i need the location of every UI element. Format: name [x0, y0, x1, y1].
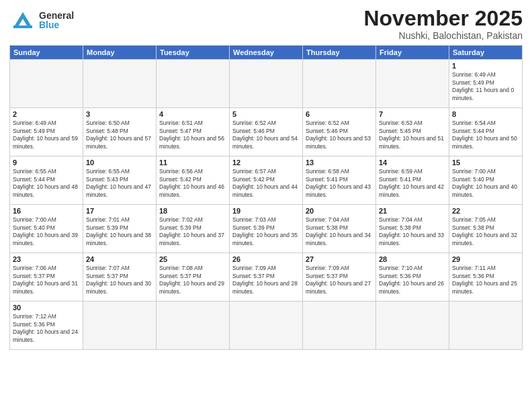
col-wednesday: Wednesday — [230, 46, 303, 60]
day-number: 9 — [13, 158, 80, 167]
table-row — [83, 60, 157, 108]
day-number: 2 — [13, 110, 80, 118]
day-info: Sunrise: 7:06 AMSunset: 5:37 PMDaylight:… — [13, 265, 80, 295]
table-row — [230, 60, 303, 108]
calendar-table: Sunday Monday Tuesday Wednesday Thursday… — [9, 45, 523, 350]
day-info: Sunrise: 6:54 AMSunset: 5:44 PMDaylight:… — [452, 120, 519, 150]
col-saturday: Saturday — [449, 46, 523, 60]
day-info: Sunrise: 7:01 AMSunset: 5:39 PMDaylight:… — [86, 216, 153, 247]
day-number: 18 — [159, 207, 226, 215]
table-row: 20Sunrise: 7:04 AMSunset: 5:38 PMDayligh… — [303, 205, 376, 253]
day-info: Sunrise: 7:05 AMSunset: 5:38 PMDaylight:… — [452, 216, 519, 247]
day-info: Sunrise: 7:04 AMSunset: 5:38 PMDaylight:… — [379, 216, 446, 247]
col-friday: Friday — [376, 46, 449, 60]
table-row: 9Sunrise: 6:55 AMSunset: 5:44 PMDaylight… — [10, 156, 83, 205]
day-number: 29 — [452, 255, 519, 263]
day-info: Sunrise: 6:53 AMSunset: 5:45 PMDaylight:… — [379, 120, 446, 150]
day-number: 19 — [232, 207, 300, 215]
day-number: 26 — [232, 255, 300, 263]
day-info: Sunrise: 7:04 AMSunset: 5:38 PMDaylight:… — [306, 216, 373, 247]
table-row — [303, 302, 376, 350]
day-info: Sunrise: 6:50 AMSunset: 5:48 PMDaylight:… — [86, 120, 153, 150]
day-info: Sunrise: 6:57 AMSunset: 5:42 PMDaylight:… — [232, 168, 300, 199]
table-row: 25Sunrise: 7:08 AMSunset: 5:37 PMDayligh… — [157, 253, 230, 302]
table-row: 6Sunrise: 6:52 AMSunset: 5:46 PMDaylight… — [303, 108, 376, 156]
day-number: 21 — [379, 207, 446, 215]
day-number: 4 — [159, 110, 226, 118]
table-row: 23Sunrise: 7:06 AMSunset: 5:37 PMDayligh… — [10, 253, 83, 302]
logo-icon — [9, 7, 36, 34]
table-row: 14Sunrise: 6:59 AMSunset: 5:41 PMDayligh… — [376, 156, 449, 205]
day-number: 14 — [379, 158, 446, 167]
day-number: 23 — [13, 255, 80, 263]
day-info: Sunrise: 7:09 AMSunset: 5:37 PMDaylight:… — [306, 265, 373, 295]
day-info: Sunrise: 6:56 AMSunset: 5:42 PMDaylight:… — [159, 168, 226, 199]
day-number: 27 — [306, 255, 373, 263]
table-row: 17Sunrise: 7:01 AMSunset: 5:39 PMDayligh… — [83, 205, 157, 253]
table-row: 5Sunrise: 6:52 AMSunset: 5:46 PMDaylight… — [230, 108, 303, 156]
day-info: Sunrise: 7:08 AMSunset: 5:37 PMDaylight:… — [159, 265, 226, 295]
table-row — [157, 60, 230, 108]
day-info: Sunrise: 6:55 AMSunset: 5:44 PMDaylight:… — [13, 168, 80, 199]
col-sunday: Sunday — [10, 46, 83, 60]
day-number: 8 — [452, 110, 519, 118]
calendar-page: General Blue November 2025 Nushki, Baloc… — [0, 0, 532, 411]
day-number: 11 — [159, 158, 226, 167]
day-number: 6 — [306, 110, 373, 118]
table-row: 30Sunrise: 7:12 AMSunset: 5:36 PMDayligh… — [10, 302, 83, 350]
title-block: November 2025 Nushki, Balochistan, Pakis… — [363, 7, 523, 41]
day-info: Sunrise: 7:12 AMSunset: 5:36 PMDaylight:… — [13, 313, 80, 344]
day-number: 1 — [452, 62, 519, 70]
day-info: Sunrise: 7:00 AMSunset: 5:40 PMDaylight:… — [13, 216, 80, 247]
day-info: Sunrise: 7:00 AMSunset: 5:40 PMDaylight:… — [452, 168, 519, 199]
day-info: Sunrise: 6:51 AMSunset: 5:47 PMDaylight:… — [159, 120, 226, 150]
day-info: Sunrise: 7:11 AMSunset: 5:36 PMDaylight:… — [452, 265, 519, 295]
day-number: 13 — [306, 158, 373, 167]
table-row: 19Sunrise: 7:03 AMSunset: 5:39 PMDayligh… — [230, 205, 303, 253]
table-row — [10, 60, 83, 108]
day-number: 22 — [452, 207, 519, 215]
day-info: Sunrise: 6:49 AMSunset: 5:49 PMDaylight:… — [13, 120, 80, 150]
table-row: 26Sunrise: 7:09 AMSunset: 5:37 PMDayligh… — [230, 253, 303, 302]
table-row: 4Sunrise: 6:51 AMSunset: 5:47 PMDaylight… — [157, 108, 230, 156]
day-info: Sunrise: 7:07 AMSunset: 5:37 PMDaylight:… — [86, 265, 153, 295]
table-row: 13Sunrise: 6:58 AMSunset: 5:41 PMDayligh… — [303, 156, 376, 205]
day-number: 12 — [232, 158, 300, 167]
table-row: 8Sunrise: 6:54 AMSunset: 5:44 PMDaylight… — [449, 108, 523, 156]
table-row: 1Sunrise: 6:49 AMSunset: 5:49 PMDaylight… — [449, 60, 523, 108]
day-number: 30 — [13, 304, 80, 312]
day-info: Sunrise: 7:03 AMSunset: 5:39 PMDaylight:… — [232, 216, 300, 247]
day-number: 24 — [86, 255, 153, 263]
table-row — [83, 302, 157, 350]
day-info: Sunrise: 6:55 AMSunset: 5:43 PMDaylight:… — [86, 168, 153, 199]
days-of-week-row: Sunday Monday Tuesday Wednesday Thursday… — [10, 46, 523, 60]
calendar-body: 1Sunrise: 6:49 AMSunset: 5:49 PMDaylight… — [10, 60, 523, 350]
day-info: Sunrise: 6:49 AMSunset: 5:49 PMDaylight:… — [452, 71, 519, 102]
table-row: 10Sunrise: 6:55 AMSunset: 5:43 PMDayligh… — [83, 156, 157, 205]
day-info: Sunrise: 6:52 AMSunset: 5:46 PMDaylight:… — [306, 120, 373, 150]
day-number: 20 — [306, 207, 373, 215]
table-row — [449, 302, 523, 350]
location-subtitle: Nushki, Balochistan, Pakistan — [363, 30, 523, 41]
table-row — [376, 302, 449, 350]
table-row: 7Sunrise: 6:53 AMSunset: 5:45 PMDaylight… — [376, 108, 449, 156]
table-row — [303, 60, 376, 108]
table-row: 21Sunrise: 7:04 AMSunset: 5:38 PMDayligh… — [376, 205, 449, 253]
day-number: 5 — [232, 110, 300, 118]
day-info: Sunrise: 7:10 AMSunset: 5:36 PMDaylight:… — [379, 265, 446, 295]
month-title: November 2025 — [363, 7, 523, 30]
table-row — [376, 60, 449, 108]
day-number: 17 — [86, 207, 153, 215]
day-info: Sunrise: 7:09 AMSunset: 5:37 PMDaylight:… — [232, 265, 300, 295]
table-row: 16Sunrise: 7:00 AMSunset: 5:40 PMDayligh… — [10, 205, 83, 253]
table-row — [157, 302, 230, 350]
logo: General Blue — [9, 7, 74, 34]
svg-rect-2 — [13, 26, 32, 28]
logo-words: General Blue — [39, 11, 74, 30]
table-row: 28Sunrise: 7:10 AMSunset: 5:36 PMDayligh… — [376, 253, 449, 302]
table-row: 11Sunrise: 6:56 AMSunset: 5:42 PMDayligh… — [157, 156, 230, 205]
calendar-header: Sunday Monday Tuesday Wednesday Thursday… — [10, 46, 523, 60]
day-info: Sunrise: 6:52 AMSunset: 5:46 PMDaylight:… — [232, 120, 300, 150]
table-row: 15Sunrise: 7:00 AMSunset: 5:40 PMDayligh… — [449, 156, 523, 205]
table-row: 24Sunrise: 7:07 AMSunset: 5:37 PMDayligh… — [83, 253, 157, 302]
